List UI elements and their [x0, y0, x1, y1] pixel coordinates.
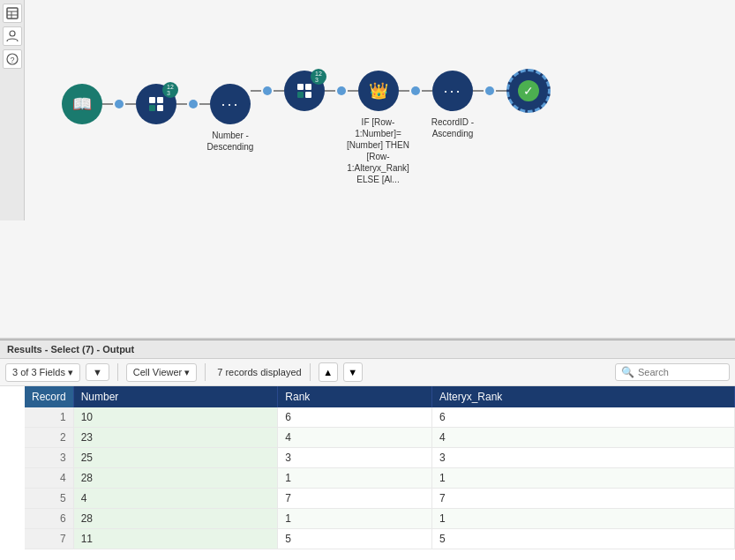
node-select[interactable]: ✓ [506, 69, 551, 113]
cell-record: 6 [25, 509, 73, 529]
cell-alteryx-rank: 6 [432, 407, 735, 428]
node-circle-book[interactable]: 📖 [62, 84, 102, 124]
viewer-label: Cell Viewer [133, 367, 182, 377]
workflow: 📖 123 [62, 84, 551, 124]
cell-alteryx-rank: 4 [432, 428, 735, 448]
connector-dot-2 [189, 100, 198, 108]
toolbar-divider-2 [205, 363, 206, 381]
node-label-formula: IF [Row-1:Number]=[Number] THEN[Row-1:Al… [336, 116, 420, 185]
node-circle-select[interactable]: ✓ [506, 69, 551, 113]
node-circle-join[interactable]: 123 [284, 71, 325, 111]
svg-rect-4 [297, 84, 304, 90]
connector-dot-5 [411, 86, 420, 95]
node-circle-sort1[interactable]: 123 [136, 84, 176, 124]
node-formula[interactable]: 👑 IF [Row-1:Number]=[Number] THEN[Row-1:… [358, 71, 399, 111]
table-row: 5477 [25, 489, 735, 509]
search-icon: 🔍 [621, 366, 634, 378]
table-section: ? Record Number Rank [0, 386, 735, 560]
cell-rank: 5 [278, 529, 432, 549]
results-panel: Results - Select (7) - Output 3 of 3 Fie… [0, 340, 735, 560]
cell-record: 1 [25, 407, 73, 428]
toolbar-divider-1 [117, 363, 118, 381]
checkmark-icon: ✓ [518, 80, 539, 101]
node-circle-formula[interactable]: 👑 [358, 71, 399, 111]
fields-config-button[interactable]: ▼ [86, 363, 109, 381]
svg-rect-1 [157, 97, 163, 103]
col-header-number: Number [73, 386, 278, 407]
nav-up-icon: ▲ [323, 367, 333, 377]
col-header-alteryx-rank: Alteryx_Rank [432, 386, 735, 407]
toolbar-divider-3 [310, 363, 311, 381]
results-title: Results - Select (7) - Output [7, 344, 134, 355]
svg-rect-5 [305, 84, 311, 90]
cell-record: 7 [25, 529, 73, 549]
node-label-multi1: Number - Descending [195, 130, 266, 153]
cell-rank: 1 [278, 509, 432, 529]
cell-number: 11 [73, 529, 278, 549]
table-row: 32533 [25, 448, 735, 468]
cell-number: 4 [73, 489, 278, 509]
connector-dot-6 [485, 86, 494, 95]
node-circle-multi1[interactable]: ··· [210, 84, 251, 124]
cell-rank: 6 [278, 407, 432, 428]
cell-record: 2 [25, 428, 73, 448]
node-book[interactable]: 📖 [62, 84, 102, 124]
cell-record: 3 [25, 448, 73, 468]
cell-number: 23 [73, 428, 278, 448]
table-row: 62811 [25, 509, 735, 529]
table-body: 1106622344325334281154776281171155 [25, 407, 735, 549]
node-label-multi2: RecordID -Ascending [417, 116, 488, 139]
crown-icon: 👑 [369, 81, 388, 101]
nav-up-button[interactable]: ▲ [319, 362, 338, 382]
cell-alteryx-rank: 1 [432, 509, 735, 529]
join-icon [295, 81, 314, 101]
cell-alteryx-rank: 5 [432, 529, 735, 549]
svg-rect-7 [305, 92, 311, 98]
results-toolbar: 3 of 3 Fields ▾ ▼ Cell Viewer ▾ 7 record… [0, 359, 735, 386]
cell-number: 25 [73, 448, 278, 468]
search-input[interactable] [638, 367, 724, 377]
dots-icon-1: ··· [221, 95, 239, 114]
connector-dot-3 [263, 86, 272, 95]
col-header-record: Record [25, 386, 73, 407]
table-row: 42811 [25, 468, 735, 489]
cell-viewer-button[interactable]: Cell Viewer ▾ [126, 363, 197, 382]
grid-icon [146, 94, 166, 114]
node-sort1[interactable]: 123 [136, 84, 176, 124]
node-badge-sort1: 123 [162, 82, 178, 98]
connector-dot-1 [115, 100, 124, 108]
cell-rank: 3 [278, 448, 432, 468]
nav-down-button[interactable]: ▼ [343, 362, 363, 382]
fields-label: 3 of 3 Fields [12, 367, 65, 377]
cell-record: 5 [25, 489, 73, 509]
cell-number: 28 [73, 509, 278, 529]
svg-rect-2 [149, 105, 155, 111]
dots-icon-2: ··· [443, 82, 461, 101]
col-header-rank: Rank [278, 386, 432, 407]
records-count: 7 records displayed [217, 367, 301, 377]
nav-down-icon: ▼ [348, 367, 357, 377]
cell-alteryx-rank: 1 [432, 468, 735, 489]
node-join[interactable]: 123 [284, 71, 325, 111]
cell-alteryx-rank: 3 [432, 448, 735, 468]
cell-rank: 7 [278, 489, 432, 509]
canvas-area: 📖 123 [0, 0, 735, 340]
cell-record: 4 [25, 468, 73, 489]
node-multi2[interactable]: ··· RecordID -Ascending [432, 71, 473, 111]
search-box: 🔍 [615, 363, 730, 381]
book-icon: 📖 [72, 94, 92, 114]
cell-number: 28 [73, 468, 278, 489]
cell-rank: 1 [278, 468, 432, 489]
svg-rect-6 [297, 92, 304, 98]
svg-rect-3 [157, 105, 163, 111]
results-header: Results - Select (7) - Output [0, 340, 735, 359]
data-table-container[interactable]: Record Number Rank Alteryx_Rank [25, 386, 735, 560]
fields-dropdown-button[interactable]: 3 of 3 Fields ▾ [5, 363, 80, 382]
table-header-row: Record Number Rank Alteryx_Rank [25, 386, 735, 407]
table-row: 71155 [25, 529, 735, 549]
viewer-dropdown-icon: ▾ [184, 367, 190, 378]
node-multi1[interactable]: ··· Number - Descending [210, 84, 251, 124]
table-row: 11066 [25, 407, 735, 428]
node-circle-multi2[interactable]: ··· [432, 71, 473, 111]
config-icon: ▼ [93, 367, 102, 377]
